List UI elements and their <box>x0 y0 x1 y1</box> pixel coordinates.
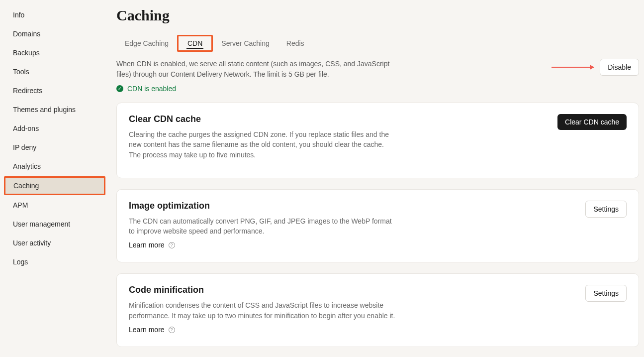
help-icon: ? <box>169 242 175 248</box>
sidebar: Info Domains Backups Tools Redirects The… <box>0 0 109 357</box>
help-icon: ? <box>169 327 175 333</box>
card-clear-cdn-cache: Clear CDN cache Clearing the cache purge… <box>116 103 639 178</box>
card-title-minification: Code minification <box>129 285 397 295</box>
sidebar-item-analytics[interactable]: Analytics <box>4 157 105 175</box>
card-desc-minification: Minification condenses the content of CS… <box>129 300 397 321</box>
tab-cdn[interactable]: CDN <box>177 35 213 52</box>
check-icon: ✓ <box>116 85 123 92</box>
sidebar-item-user-management[interactable]: User management <box>4 215 105 233</box>
sidebar-item-tools[interactable]: Tools <box>4 63 105 81</box>
sidebar-item-redirects[interactable]: Redirects <box>4 82 105 100</box>
learn-more-minification[interactable]: Learn more ? <box>129 326 175 334</box>
tab-redis[interactable]: Redis <box>278 35 313 52</box>
disable-button[interactable]: Disable <box>600 59 639 76</box>
sidebar-item-themes-plugins[interactable]: Themes and plugins <box>4 101 105 119</box>
sidebar-item-info[interactable]: Info <box>4 6 105 24</box>
sidebar-item-caching[interactable]: Caching <box>4 176 105 195</box>
sidebar-item-user-activity[interactable]: User activity <box>4 234 105 252</box>
tabs: Edge Caching CDN Server Caching Redis <box>116 35 639 52</box>
sidebar-item-domains[interactable]: Domains <box>4 25 105 43</box>
card-title-clear-cache: Clear CDN cache <box>129 114 397 124</box>
sidebar-item-apm[interactable]: APM <box>4 196 105 214</box>
card-code-minification: Code minification Minification condenses… <box>116 273 639 347</box>
learn-more-image-opt[interactable]: Learn more ? <box>129 241 175 249</box>
sidebar-item-logs[interactable]: Logs <box>4 253 105 271</box>
tab-server-caching[interactable]: Server Caching <box>213 35 278 52</box>
tab-edge-caching[interactable]: Edge Caching <box>116 35 177 52</box>
card-image-optimization: Image optimization The CDN can automatic… <box>116 189 639 263</box>
intro-section: When CDN is enabled, we serve all static… <box>116 59 639 93</box>
main-content: Caching Edge Caching CDN Server Caching … <box>109 0 644 357</box>
status-text: CDN is enabled <box>127 85 176 93</box>
sidebar-item-ip-deny[interactable]: IP deny <box>4 138 105 156</box>
arrow-annotation-icon <box>552 67 594 68</box>
page-title: Caching <box>116 7 639 24</box>
sidebar-item-backups[interactable]: Backups <box>4 44 105 62</box>
code-minification-settings-button[interactable]: Settings <box>585 285 627 302</box>
image-optimization-settings-button[interactable]: Settings <box>585 201 627 218</box>
learn-more-label: Learn more <box>129 326 165 334</box>
card-desc-clear-cache: Clearing the cache purges the assigned C… <box>129 129 397 160</box>
learn-more-label: Learn more <box>129 241 165 249</box>
cdn-status: ✓ CDN is enabled <box>116 85 395 93</box>
clear-cdn-cache-button[interactable]: Clear CDN cache <box>557 114 627 130</box>
card-desc-image-opt: The CDN can automatically convert PNG, G… <box>129 216 397 237</box>
card-title-image-opt: Image optimization <box>129 201 397 211</box>
sidebar-item-addons[interactable]: Add-ons <box>4 119 105 137</box>
intro-description: When CDN is enabled, we serve all static… <box>116 59 395 80</box>
